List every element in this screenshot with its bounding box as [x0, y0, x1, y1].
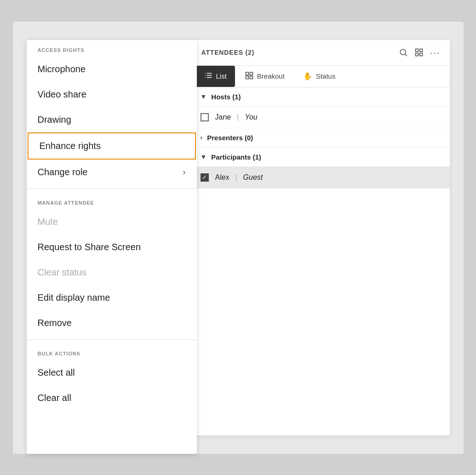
grid-view-button[interactable]: [414, 48, 424, 57]
search-icon: [399, 48, 408, 57]
menu-item-video-share[interactable]: Video share: [27, 82, 197, 107]
svg-rect-2: [415, 49, 418, 52]
menu-item-remove[interactable]: Remove: [27, 310, 197, 336]
tabs-row: List Breakout ✋ Status: [192, 66, 450, 87]
menu-item-edit-display-name[interactable]: Edit display name: [27, 285, 197, 310]
menu-item-request-share-screen[interactable]: Request to Share Screen: [27, 235, 197, 260]
attendees-title: ATTENDEES (2): [201, 49, 255, 56]
chevron-down-icon-participants: ▼: [201, 153, 207, 160]
search-button[interactable]: [399, 48, 408, 57]
menu-item-mute: Mute: [27, 209, 197, 235]
attendee-list: ▼ Hosts (1) Jane | You › Presenters (0) …: [192, 87, 450, 435]
svg-line-1: [405, 54, 407, 56]
header-icons: ···: [399, 47, 441, 58]
group-presenters[interactable]: › Presenters (0): [192, 128, 450, 148]
group-hosts-label: Hosts (1): [211, 93, 241, 101]
svg-rect-3: [419, 49, 422, 52]
tab-breakout[interactable]: Breakout: [237, 66, 293, 87]
checkbox-jane[interactable]: [201, 113, 209, 121]
tab-list-label: List: [216, 72, 227, 80]
group-presenters-label: Presenters (0): [207, 134, 253, 142]
tab-list[interactable]: List: [196, 66, 235, 87]
menu-item-clear-all[interactable]: Clear all: [27, 385, 197, 411]
menu-item-change-role[interactable]: Change role ›: [27, 160, 197, 185]
menu-item-microphone[interactable]: Microphone: [27, 57, 197, 82]
outer-container: ACCESS RIGHTS Microphone Video share Dra…: [13, 22, 464, 454]
menu-item-select-all[interactable]: Select all: [27, 360, 197, 385]
chevron-right-icon: ›: [183, 167, 186, 177]
more-options-button[interactable]: ···: [430, 47, 441, 58]
more-options-icon: ···: [430, 47, 441, 58]
attendee-row-jane[interactable]: Jane | You: [192, 107, 450, 128]
right-panel: ATTENDEES (2) ···: [192, 40, 450, 435]
section-bulk-actions: BULK ACTIONS: [27, 343, 197, 360]
tab-breakout-label: Breakout: [257, 72, 285, 80]
chevron-down-icon: ▼: [201, 93, 207, 100]
menu-item-clear-status: Clear status: [27, 260, 197, 285]
svg-rect-14: [246, 76, 248, 79]
svg-rect-5: [419, 53, 422, 56]
attendee-row-alex[interactable]: ✓ Alex | Guest: [192, 167, 450, 189]
hand-icon: ✋: [303, 72, 312, 80]
tab-status-label: Status: [316, 72, 336, 80]
svg-rect-4: [415, 53, 418, 56]
grid-icon: [414, 48, 424, 57]
menu-item-drawing[interactable]: Drawing: [27, 107, 197, 132]
divider-2: [27, 339, 197, 340]
breakout-icon: [245, 71, 253, 81]
attendees-header: ATTENDEES (2) ···: [192, 40, 450, 66]
divider-1: [27, 189, 197, 189]
svg-point-0: [400, 49, 406, 55]
group-participants[interactable]: ▼ Participants (1): [192, 148, 450, 167]
svg-rect-15: [250, 76, 252, 79]
list-icon: [204, 71, 212, 81]
group-hosts[interactable]: ▼ Hosts (1): [192, 87, 450, 107]
attendee-name-jane: Jane | You: [215, 113, 258, 121]
section-access-rights: ACCESS RIGHTS: [27, 40, 197, 57]
chevron-right-icon: ›: [201, 134, 203, 141]
checkbox-alex[interactable]: ✓: [201, 173, 209, 182]
context-menu: ACCESS RIGHTS Microphone Video share Dra…: [27, 40, 197, 454]
group-participants-label: Participants (1): [211, 153, 261, 161]
svg-rect-12: [246, 72, 248, 75]
section-manage-attendee: MANAGE ATTENDEE: [27, 193, 197, 209]
svg-rect-13: [250, 72, 252, 75]
menu-item-enhance-rights[interactable]: Enhance rights: [28, 132, 196, 160]
attendee-name-alex: Alex | Guest: [215, 173, 263, 182]
tab-status[interactable]: ✋ Status: [295, 66, 344, 86]
